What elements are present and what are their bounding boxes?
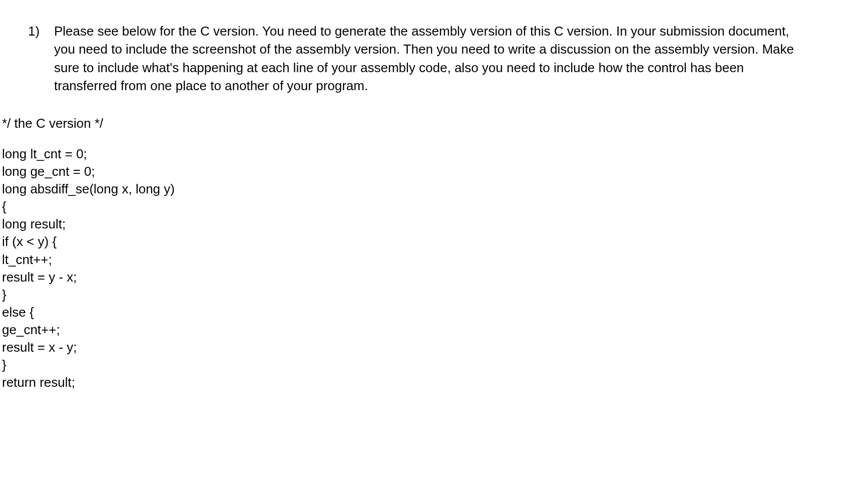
- code-line: }: [2, 356, 868, 374]
- code-line: long absdiff_se(long x, long y): [2, 180, 868, 198]
- code-body: long lt_cnt = 0; long ge_cnt = 0; long a…: [2, 145, 868, 391]
- code-line: long result;: [2, 215, 868, 233]
- code-line: ge_cnt++;: [2, 321, 868, 339]
- code-line: if (x < y) {: [2, 233, 868, 250]
- code-line: lt_cnt++;: [2, 251, 868, 269]
- code-section: */ the C version */ long lt_cnt = 0; lon…: [0, 95, 868, 392]
- code-line: result = x - y;: [2, 339, 868, 356]
- question-row: 1) Please see below for the C version. Y…: [28, 22, 808, 95]
- code-line: {: [2, 198, 868, 215]
- question-text: Please see below for the C version. You …: [54, 22, 808, 95]
- question-block: 1) Please see below for the C version. Y…: [0, 0, 868, 95]
- code-line: result = y - x;: [2, 269, 868, 286]
- code-line: long ge_cnt = 0;: [2, 163, 868, 180]
- code-line: long lt_cnt = 0;: [2, 145, 868, 163]
- code-line: else {: [2, 304, 868, 321]
- code-line: return result;: [2, 374, 868, 391]
- question-number: 1): [28, 22, 54, 40]
- question-paragraph: Please see below for the C version. You …: [54, 22, 808, 95]
- code-line: }: [2, 286, 868, 304]
- code-comment: */ the C version */: [2, 114, 868, 132]
